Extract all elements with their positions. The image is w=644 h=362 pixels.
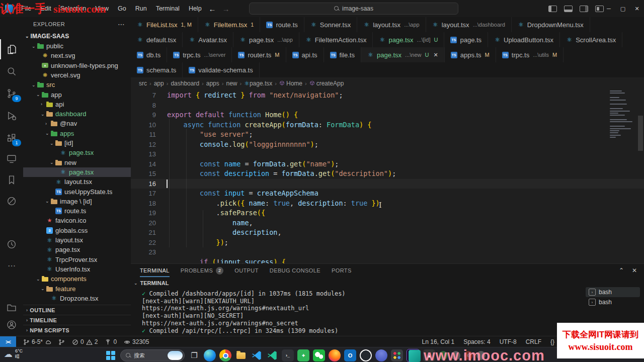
taskbar-windows-terminal-icon[interactable]: ›_: [282, 349, 294, 361]
code-line-13[interactable]: 13: [131, 149, 644, 159]
tree-item-feature[interactable]: ⌄feature: [23, 284, 131, 294]
tab-trpc.ts[interactable]: TStrpc.ts...\utilsM: [496, 47, 564, 62]
menu-help[interactable]: Help: [185, 4, 206, 14]
tree-item-page.tsx[interactable]: ⚛page.tsxU: [23, 167, 131, 177]
tab-router.ts[interactable]: TSrouter.tsM: [232, 47, 286, 62]
taskbar-firefox-icon[interactable]: [329, 349, 341, 361]
tab-page.tsx[interactable]: ⚛page.tsx...\app: [233, 32, 299, 47]
taskbar-snipaste-icon[interactable]: ✦: [297, 349, 309, 361]
tree-item-[id][interactable]: ⌄[id]: [23, 138, 131, 148]
code-line-10[interactable]: 10 async function createApp(formData: Fo…: [131, 120, 644, 130]
tab-default.tsx[interactable]: ⚛default.tsx: [131, 32, 183, 47]
tree-item-api[interactable]: ›api: [23, 100, 131, 109]
activity-source-control-icon[interactable]: 9: [0, 83, 23, 104]
tab-trpc.ts[interactable]: TStrpc.ts...\server: [167, 47, 232, 62]
taskbar-outlook-icon[interactable]: O: [344, 349, 356, 361]
shell-item-bash[interactable]: ›bash: [586, 297, 640, 307]
breadcrumb-createapp[interactable]: createApp: [309, 80, 344, 87]
taskbar-vscode-insiders-icon[interactable]: [266, 349, 278, 361]
tab-route.ts[interactable]: TSroute.ts: [260, 17, 304, 32]
panel-tab-ports[interactable]: PORTS: [332, 264, 352, 277]
code-line-23[interactable]: 23: [131, 247, 644, 257]
tab-fileitem.tsx[interactable]: ⚛FileItem.tsx1: [198, 17, 261, 32]
menu-go[interactable]: Go: [114, 4, 130, 14]
tree-item-next.svg[interactable]: ❋next.svg: [23, 51, 131, 60]
tree-item-layout.tsx[interactable]: ⚛layout.tsx: [23, 177, 131, 187]
panel-tab-output[interactable]: OUTPUT: [234, 264, 259, 277]
breadcrumb-new[interactable]: new: [226, 80, 237, 87]
tab-db.ts[interactable]: TSdb.ts: [131, 47, 167, 62]
tab-dropdownmenu.tsx[interactable]: ⚛DropdownMenu.tsx: [512, 17, 590, 32]
status-ln[interactable]: Ln 16, Col 1: [422, 338, 455, 345]
panel-maximize-icon[interactable]: ⌃: [619, 267, 624, 274]
taskbar-app-grid-icon[interactable]: [391, 349, 403, 361]
forward-arrow-icon[interactable]: →: [222, 5, 230, 13]
code-line-16[interactable]: 16: [131, 179, 644, 189]
code-line-11[interactable]: 11 "use server";: [131, 130, 644, 140]
status-crlf[interactable]: CRLF: [526, 338, 541, 345]
status-{}[interactable]: {}: [550, 338, 554, 345]
tree-item-image-[id][interactable]: ⌄image \ [id]: [23, 197, 131, 206]
code-line-22[interactable]: 22 });: [131, 238, 644, 248]
taskbar-search[interactable]: 搜索: [120, 349, 185, 361]
maximize-button[interactable]: ▢: [616, 0, 630, 17]
close-button[interactable]: ✕: [630, 0, 644, 17]
tab-fileitemaction.tsx[interactable]: ⚛FileItemAction.tsx: [299, 32, 373, 47]
code-line-12[interactable]: 12 console.log("loggginnnnnnn");: [131, 140, 644, 150]
section-npm-scripts[interactable]: ›NPM SCRIPTS: [23, 325, 131, 335]
back-arrow-icon[interactable]: ←: [209, 5, 216, 13]
menu-terminal[interactable]: Terminal: [152, 4, 184, 14]
code-line-7[interactable]: 7import { redirect } from "next/navigati…: [131, 90, 644, 101]
tree-item-apps[interactable]: ⌄apps: [23, 129, 131, 138]
weather-widget[interactable]: ☁ 6°C晴: [4, 348, 23, 359]
activity-run-debug-icon[interactable]: [0, 106, 23, 126]
sync-branch-icon[interactable]: [58, 339, 65, 345]
views-status[interactable]: 32305: [124, 338, 149, 345]
tree-item-new[interactable]: ⌄new: [23, 158, 131, 167]
activity-bookmarks-icon[interactable]: [0, 170, 23, 190]
tree-root-image-saas[interactable]: ⌄IMAGE-SAAS: [23, 31, 131, 41]
breadcrumb-home[interactable]: Home: [279, 80, 302, 87]
code-line-partial[interactable]: if (!input.success) {: [131, 257, 644, 264]
code-area[interactable]: I 7import { redirect } from "next/naviga…: [131, 89, 644, 263]
tab-file.ts[interactable]: TSfile.ts: [324, 47, 361, 62]
tree-item-src[interactable]: ⌄src: [23, 80, 131, 89]
activity-search-icon[interactable]: [0, 61, 23, 81]
tree-item-components[interactable]: ⌄components: [23, 274, 131, 284]
code-line-8[interactable]: 8: [131, 101, 644, 111]
problems-status[interactable]: 02: [72, 338, 98, 345]
tree-item-page.tsx[interactable]: ⚛page.tsxU: [23, 148, 131, 157]
remote-indicator[interactable]: ><: [0, 336, 16, 347]
breadcrumb-apps[interactable]: apps: [206, 80, 219, 87]
tab-api.ts[interactable]: TSapi.ts: [286, 47, 324, 62]
close-tab-icon[interactable]: ✕: [433, 52, 438, 58]
shell-item-bash[interactable]: ›bash: [586, 287, 640, 297]
ports-status[interactable]: 0: [105, 338, 117, 345]
activity-explorer-icon[interactable]: [0, 39, 23, 59]
panel-tab-problems[interactable]: PROBLEMS2: [181, 264, 223, 277]
tree-item-dropzone.tsx[interactable]: ⚛Dropzone.tsx: [23, 294, 131, 303]
tree-item-page.tsx[interactable]: ⚛page.tsx: [23, 245, 131, 254]
section-outline[interactable]: ›OUTLINE: [23, 305, 131, 315]
section-timeline[interactable]: ›TIMELINE: [23, 315, 131, 325]
code-line-21[interactable]: 21 description,: [131, 228, 644, 238]
code-line-19[interactable]: 19 .safeParse({: [131, 208, 644, 218]
tab-uploadbutton.tsx[interactable]: ⚛UploadButton.tsx: [488, 32, 560, 47]
tree-item-layout.tsx[interactable]: ⚛layout.tsx: [23, 235, 131, 245]
panel-tab-debug-console[interactable]: DEBUG CONSOLE: [270, 264, 320, 277]
terminal-output[interactable]: ✓ Compiled /dashboard/apps/[id] in 1037m…: [142, 290, 579, 334]
tree-item-public[interactable]: ⌄public: [23, 41, 131, 51]
tree-item-unknown-file-types.png[interactable]: ▲unknown-file-types.png: [23, 61, 131, 70]
tab-apps.ts[interactable]: TSapps.tsM: [445, 47, 496, 62]
terminal-section-header[interactable]: ⌄TERMINAL: [134, 278, 169, 288]
tab-avatar.tsx[interactable]: ⚛Avatar.tsx: [183, 32, 233, 47]
tab-layout.tsx[interactable]: ⚛layout.tsx...\app: [357, 17, 426, 32]
tree-item-trpcprover.tsx[interactable]: ⚛TrpcProver.tsx: [23, 255, 131, 264]
tree-item-@nav[interactable]: ›@nav: [23, 119, 131, 128]
tab-layout.tsx[interactable]: ⚛layout.tsx...\dashboard: [426, 17, 512, 32]
tree-item-vercel.svg[interactable]: ❋vercel.svg: [23, 70, 131, 80]
start-button[interactable]: [105, 349, 117, 361]
tree-item-useuppystate.ts[interactable]: TSuseUppyState.ts: [23, 187, 131, 197]
breadcrumb[interactable]: src›app›dashboard›apps›new›⚛page.tsx›Hom…: [131, 77, 644, 89]
status-spaces[interactable]: Spaces: 4: [463, 338, 490, 345]
